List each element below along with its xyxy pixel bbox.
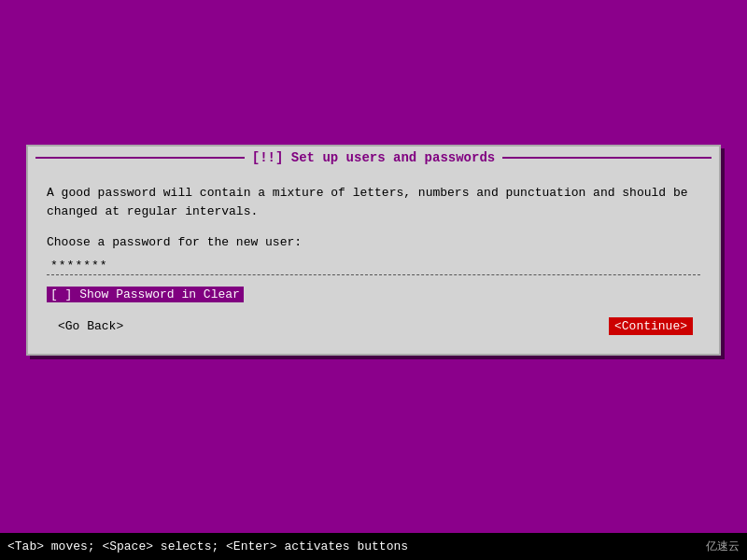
- buttons-row: <Go Back> <Continue>: [47, 317, 700, 335]
- show-password-checkbox[interactable]: [ ] Show Password in Clear: [47, 287, 244, 302]
- description-text: A good password will contain a mixture o…: [47, 184, 700, 220]
- screen: [!!] Set up users and passwords A good p…: [0, 0, 747, 560]
- title-line-left: [35, 157, 245, 159]
- description-line2: changed at regular intervals.: [47, 204, 258, 218]
- checkbox-row[interactable]: [ ] Show Password in Clear: [47, 287, 700, 302]
- prompt-text: Choose a password for the new user:: [47, 235, 700, 249]
- bottom-hint: <Tab> moves; <Space> selects; <Enter> ac…: [7, 539, 408, 553]
- description-line1: A good password will contain a mixture o…: [47, 186, 688, 200]
- dialog-title-bar: [!!] Set up users and passwords: [28, 147, 719, 169]
- watermark: 亿速云: [706, 539, 740, 554]
- dialog-content: A good password will contain a mixture o…: [28, 169, 719, 354]
- password-input-row: *******: [47, 257, 700, 275]
- continue-button[interactable]: <Continue>: [609, 317, 693, 335]
- title-line-right: [502, 157, 712, 159]
- go-back-button[interactable]: <Go Back>: [54, 317, 127, 335]
- dialog-title: [!!] Set up users and passwords: [252, 150, 495, 165]
- dialog: [!!] Set up users and passwords A good p…: [26, 145, 721, 356]
- bottom-bar: <Tab> moves; <Space> selects; <Enter> ac…: [0, 533, 747, 560]
- password-stars: *******: [47, 257, 700, 274]
